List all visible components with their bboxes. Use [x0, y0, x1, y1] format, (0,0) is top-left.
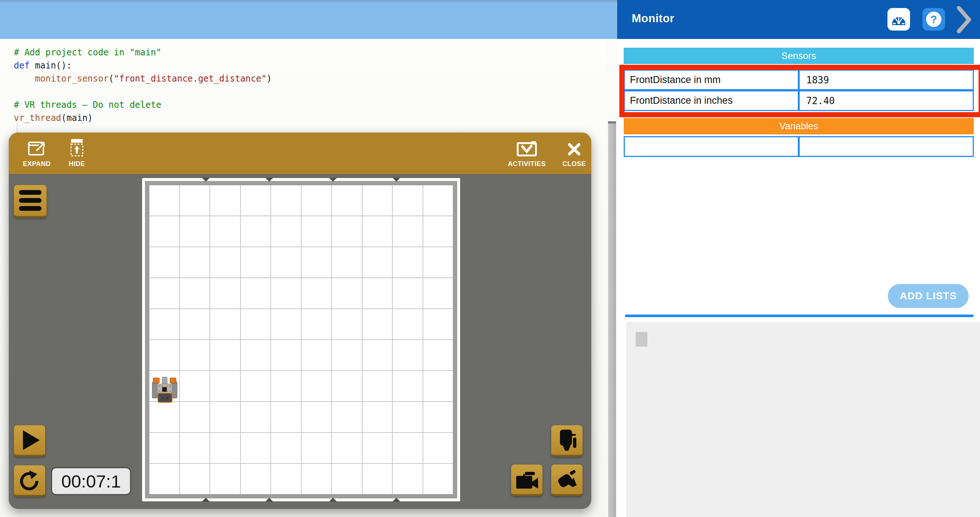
camera-front-view-button[interactable] — [511, 465, 542, 496]
reset-button[interactable] — [14, 465, 45, 496]
field-cell — [423, 247, 453, 278]
camera-top-view-button[interactable] — [551, 425, 582, 457]
playground-window: EXPAND HIDE — [9, 133, 591, 509]
field-cell — [241, 340, 271, 370]
monitor-header: Monitor ? — [617, 0, 980, 39]
field-cell — [302, 185, 331, 216]
field-cell — [393, 433, 423, 463]
code-line: def main(): — [14, 59, 272, 72]
field-cell — [363, 185, 392, 216]
monitor-panel: Monitor ? — [617, 0, 980, 517]
field-cell — [332, 216, 362, 246]
playground-menu-button[interactable] — [14, 185, 47, 218]
field-cell — [363, 309, 392, 339]
field-cell — [332, 371, 362, 401]
field-cell — [271, 402, 301, 432]
field-cell — [393, 185, 423, 216]
field-cell — [393, 464, 423, 494]
field-cell — [393, 340, 423, 370]
activities-button[interactable]: ACTIVITIES — [501, 138, 552, 168]
field-cell — [210, 309, 240, 339]
field-cell — [150, 247, 179, 278]
field-cell — [332, 309, 362, 339]
field-cell — [241, 216, 271, 246]
question-mark-icon: ? — [926, 12, 941, 27]
playground-field — [142, 178, 460, 501]
close-button[interactable]: CLOSE — [556, 138, 592, 168]
expand-label: EXPAND — [17, 160, 57, 168]
code-line: # VR threads — Do not delete — [14, 98, 272, 111]
field-cell — [302, 371, 331, 401]
field-cell — [150, 309, 179, 339]
field-cell — [363, 340, 392, 370]
code-line: vr_thread(main) — [14, 111, 272, 125]
expand-button[interactable]: EXPAND — [17, 138, 57, 168]
field-cell — [241, 402, 271, 432]
field-cell — [393, 309, 423, 339]
field-cell — [241, 278, 271, 308]
field-cell — [271, 464, 301, 494]
activities-label: ACTIVITIES — [501, 160, 552, 168]
field-wall-notch — [392, 178, 400, 182]
play-button[interactable] — [14, 425, 45, 457]
editor-scrollbar-thumb[interactable] — [608, 121, 616, 517]
sensors-table: FrontDistance in mm 1839 FrontDistance i… — [624, 70, 974, 111]
field-cell — [302, 309, 331, 339]
close-label: CLOSE — [556, 160, 592, 168]
field-cell — [271, 433, 301, 463]
field-cell — [393, 247, 423, 278]
field-cell — [271, 309, 301, 339]
field-cell — [271, 216, 301, 246]
collapse-panel-chevron-icon[interactable] — [955, 5, 973, 34]
field-cell — [302, 278, 331, 308]
field-wall-notch — [265, 178, 273, 182]
field-cell — [423, 309, 453, 339]
field-cell — [271, 247, 301, 278]
field-cell — [241, 247, 271, 278]
field-cell — [363, 216, 392, 246]
field-cell — [332, 185, 362, 216]
field-cell — [241, 464, 271, 494]
vexcode-vr-app: # Add project code in "main"def main(): … — [0, 0, 980, 517]
field-cell — [271, 278, 301, 308]
monitor-help-button[interactable]: ? — [923, 8, 945, 30]
field-cell — [180, 340, 210, 370]
field-cell — [180, 216, 210, 246]
code-line — [14, 85, 272, 98]
field-cell — [210, 402, 240, 432]
play-icon — [23, 430, 40, 450]
field-cell — [423, 278, 453, 308]
code-line: monitor_sensor("front_distance.get_dista… — [14, 72, 272, 85]
field-wall-notch — [202, 498, 210, 502]
field-wall-notch — [202, 178, 210, 182]
field-cell — [302, 433, 331, 463]
sensor-label: FrontDistance in mm — [625, 71, 800, 89]
field-cell — [150, 340, 179, 370]
field-cell — [241, 371, 271, 401]
field-cell — [180, 278, 210, 308]
field-cell — [150, 433, 179, 463]
field-cell — [363, 402, 392, 432]
camera-angled-view-button[interactable] — [551, 465, 582, 496]
field-cell — [423, 464, 453, 494]
field-cell — [241, 185, 271, 216]
field-cell — [271, 185, 301, 216]
console-cursor-chip — [636, 332, 648, 347]
field-cell — [180, 247, 210, 278]
code-line: # Add project code in "main" — [14, 46, 272, 59]
field-cell — [393, 402, 423, 432]
field-cell — [210, 340, 240, 370]
field-cell — [423, 433, 453, 463]
field-cell — [150, 278, 179, 308]
sensor-value: 72.40 — [800, 91, 973, 110]
add-lists-button[interactable]: ADD LISTS — [888, 284, 969, 308]
field-cell — [210, 464, 240, 494]
hide-button[interactable]: HIDE — [60, 138, 93, 168]
editor-scrollbar[interactable] — [607, 39, 617, 517]
editor-top-bar — [0, 0, 617, 39]
field-cell — [332, 433, 362, 463]
monitor-gauge-button[interactable] — [888, 8, 910, 30]
field-cell — [363, 247, 392, 278]
field-cell — [393, 371, 423, 401]
field-cell — [393, 216, 423, 246]
